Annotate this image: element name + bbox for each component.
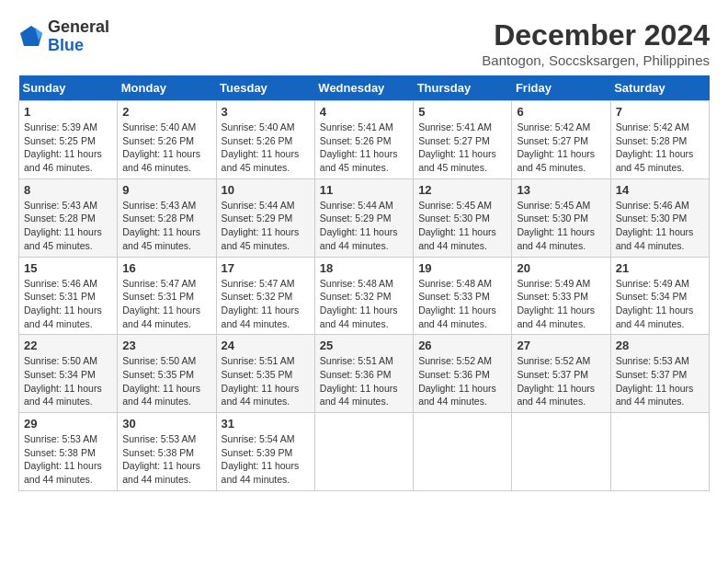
day-number: 25: [320, 339, 408, 352]
day-number: 4: [320, 105, 408, 119]
day-info: Sunrise: 5:54 AMSunset: 5:39 PMDaylight:…: [222, 432, 310, 487]
day-info: Sunrise: 5:50 AMSunset: 5:35 PMDaylight:…: [122, 354, 210, 408]
day-info: Sunrise: 5:41 AMSunset: 5:26 PMDaylight:…: [320, 121, 408, 175]
day-info: Sunrise: 5:44 AMSunset: 5:29 PMDaylight:…: [320, 199, 408, 253]
calendar-cell: 4Sunrise: 5:41 AMSunset: 5:26 PMDaylight…: [314, 101, 413, 179]
logo: General Blue: [18, 18, 109, 55]
calendar-cell: 18Sunrise: 5:48 AMSunset: 5:32 PMDayligh…: [314, 257, 413, 335]
calendar-week-row: 8Sunrise: 5:43 AMSunset: 5:28 PMDaylight…: [19, 178, 710, 257]
weekday-header-tuesday: Tuesday: [216, 75, 314, 101]
day-info: Sunrise: 5:43 AMSunset: 5:28 PMDaylight:…: [24, 199, 112, 253]
calendar-cell: [512, 413, 610, 491]
calendar-cell: 11Sunrise: 5:44 AMSunset: 5:29 PMDayligh…: [314, 178, 413, 257]
logo-general-text: General: [48, 17, 109, 36]
day-info: Sunrise: 5:53 AMSunset: 5:38 PMDaylight:…: [122, 432, 210, 487]
day-number: 2: [122, 105, 210, 119]
day-number: 1: [24, 105, 112, 119]
calendar-cell: [414, 413, 512, 491]
day-number: 18: [320, 261, 408, 275]
day-info: Sunrise: 5:51 AMSunset: 5:35 PMDaylight:…: [222, 354, 310, 408]
day-info: Sunrise: 5:44 AMSunset: 5:29 PMDaylight:…: [222, 199, 310, 253]
day-number: 22: [24, 339, 112, 352]
calendar-cell: 27Sunrise: 5:52 AMSunset: 5:37 PMDayligh…: [512, 335, 610, 413]
weekday-header-sunday: Sunday: [19, 75, 118, 101]
day-number: 7: [616, 105, 704, 119]
calendar-cell: 22Sunrise: 5:50 AMSunset: 5:34 PMDayligh…: [19, 335, 118, 413]
calendar-cell: 16Sunrise: 5:47 AMSunset: 5:31 PMDayligh…: [118, 257, 216, 335]
calendar-cell: 8Sunrise: 5:43 AMSunset: 5:28 PMDaylight…: [19, 178, 118, 257]
day-info: Sunrise: 5:52 AMSunset: 5:36 PMDaylight:…: [418, 354, 506, 408]
calendar-cell: [610, 413, 709, 491]
day-number: 8: [24, 183, 112, 197]
calendar-cell: 19Sunrise: 5:48 AMSunset: 5:33 PMDayligh…: [414, 257, 512, 335]
day-info: Sunrise: 5:46 AMSunset: 5:30 PMDaylight:…: [616, 199, 704, 253]
calendar-cell: 15Sunrise: 5:46 AMSunset: 5:31 PMDayligh…: [19, 257, 118, 335]
calendar-cell: 21Sunrise: 5:49 AMSunset: 5:34 PMDayligh…: [610, 257, 709, 335]
day-number: 19: [418, 261, 506, 275]
calendar-cell: 3Sunrise: 5:40 AMSunset: 5:26 PMDaylight…: [216, 101, 314, 179]
day-info: Sunrise: 5:52 AMSunset: 5:37 PMDaylight:…: [517, 354, 605, 408]
calendar-cell: 30Sunrise: 5:53 AMSunset: 5:38 PMDayligh…: [118, 413, 216, 491]
day-number: 14: [616, 183, 704, 197]
day-number: 26: [418, 339, 506, 352]
page-header: General Blue December 2024 Bantogon, Soc…: [18, 18, 710, 68]
title-block: December 2024 Bantogon, Soccsksargen, Ph…: [482, 18, 710, 68]
day-number: 5: [418, 105, 506, 119]
day-info: Sunrise: 5:49 AMSunset: 5:33 PMDaylight:…: [517, 277, 605, 331]
calendar-cell: 12Sunrise: 5:45 AMSunset: 5:30 PMDayligh…: [414, 178, 512, 257]
day-number: 11: [320, 183, 408, 197]
calendar-cell: 9Sunrise: 5:43 AMSunset: 5:28 PMDaylight…: [118, 178, 216, 257]
day-number: 31: [222, 417, 310, 431]
calendar-cell: 31Sunrise: 5:54 AMSunset: 5:39 PMDayligh…: [216, 413, 314, 491]
logo-icon: [18, 24, 44, 50]
day-number: 24: [222, 339, 310, 352]
calendar-cell: 6Sunrise: 5:42 AMSunset: 5:27 PMDaylight…: [512, 101, 610, 179]
day-info: Sunrise: 5:45 AMSunset: 5:30 PMDaylight:…: [418, 199, 506, 253]
day-info: Sunrise: 5:49 AMSunset: 5:34 PMDaylight:…: [616, 277, 704, 331]
calendar-title: December 2024: [482, 18, 710, 52]
weekday-header-friday: Friday: [512, 75, 610, 101]
day-number: 30: [122, 417, 210, 431]
day-info: Sunrise: 5:50 AMSunset: 5:34 PMDaylight:…: [24, 354, 112, 408]
day-number: 27: [517, 339, 605, 352]
calendar-cell: 20Sunrise: 5:49 AMSunset: 5:33 PMDayligh…: [512, 257, 610, 335]
calendar-cell: 13Sunrise: 5:45 AMSunset: 5:30 PMDayligh…: [512, 178, 610, 257]
calendar-cell: 7Sunrise: 5:42 AMSunset: 5:28 PMDaylight…: [610, 101, 709, 179]
day-info: Sunrise: 5:45 AMSunset: 5:30 PMDaylight:…: [517, 199, 605, 253]
calendar-week-row: 22Sunrise: 5:50 AMSunset: 5:34 PMDayligh…: [19, 335, 710, 413]
day-number: 3: [222, 105, 310, 119]
weekday-header-thursday: Thursday: [414, 75, 512, 101]
day-number: 10: [222, 183, 310, 197]
day-info: Sunrise: 5:43 AMSunset: 5:28 PMDaylight:…: [122, 199, 210, 253]
day-number: 23: [122, 339, 210, 352]
weekday-header-wednesday: Wednesday: [314, 75, 413, 101]
calendar-table: SundayMondayTuesdayWednesdayThursdayFrid…: [18, 75, 710, 491]
calendar-cell: 2Sunrise: 5:40 AMSunset: 5:26 PMDaylight…: [118, 101, 216, 179]
day-info: Sunrise: 5:53 AMSunset: 5:37 PMDaylight:…: [616, 354, 704, 408]
calendar-cell: 14Sunrise: 5:46 AMSunset: 5:30 PMDayligh…: [610, 178, 709, 257]
day-info: Sunrise: 5:40 AMSunset: 5:26 PMDaylight:…: [222, 121, 310, 175]
day-info: Sunrise: 5:40 AMSunset: 5:26 PMDaylight:…: [122, 121, 210, 175]
calendar-week-row: 15Sunrise: 5:46 AMSunset: 5:31 PMDayligh…: [19, 257, 710, 335]
weekday-header-saturday: Saturday: [610, 75, 709, 101]
day-number: 13: [517, 183, 605, 197]
calendar-cell: 28Sunrise: 5:53 AMSunset: 5:37 PMDayligh…: [610, 335, 709, 413]
calendar-week-row: 29Sunrise: 5:53 AMSunset: 5:38 PMDayligh…: [19, 413, 710, 491]
calendar-subtitle: Bantogon, Soccsksargen, Philippines: [482, 52, 710, 68]
calendar-cell: 10Sunrise: 5:44 AMSunset: 5:29 PMDayligh…: [216, 178, 314, 257]
calendar-cell: 17Sunrise: 5:47 AMSunset: 5:32 PMDayligh…: [216, 257, 314, 335]
day-info: Sunrise: 5:46 AMSunset: 5:31 PMDaylight:…: [24, 277, 112, 331]
day-info: Sunrise: 5:47 AMSunset: 5:31 PMDaylight:…: [122, 277, 210, 331]
weekday-header-row: SundayMondayTuesdayWednesdayThursdayFrid…: [19, 75, 710, 101]
day-info: Sunrise: 5:51 AMSunset: 5:36 PMDaylight:…: [320, 354, 408, 408]
day-info: Sunrise: 5:53 AMSunset: 5:38 PMDaylight:…: [24, 432, 112, 487]
day-info: Sunrise: 5:39 AMSunset: 5:25 PMDaylight:…: [24, 121, 112, 175]
calendar-cell: 24Sunrise: 5:51 AMSunset: 5:35 PMDayligh…: [216, 335, 314, 413]
day-number: 15: [24, 261, 112, 275]
logo-blue-text: Blue: [48, 36, 84, 54]
day-info: Sunrise: 5:42 AMSunset: 5:27 PMDaylight:…: [517, 121, 605, 175]
day-info: Sunrise: 5:42 AMSunset: 5:28 PMDaylight:…: [616, 121, 704, 175]
day-info: Sunrise: 5:48 AMSunset: 5:32 PMDaylight:…: [320, 277, 408, 331]
calendar-week-row: 1Sunrise: 5:39 AMSunset: 5:25 PMDaylight…: [19, 101, 710, 179]
day-number: 12: [418, 183, 506, 197]
